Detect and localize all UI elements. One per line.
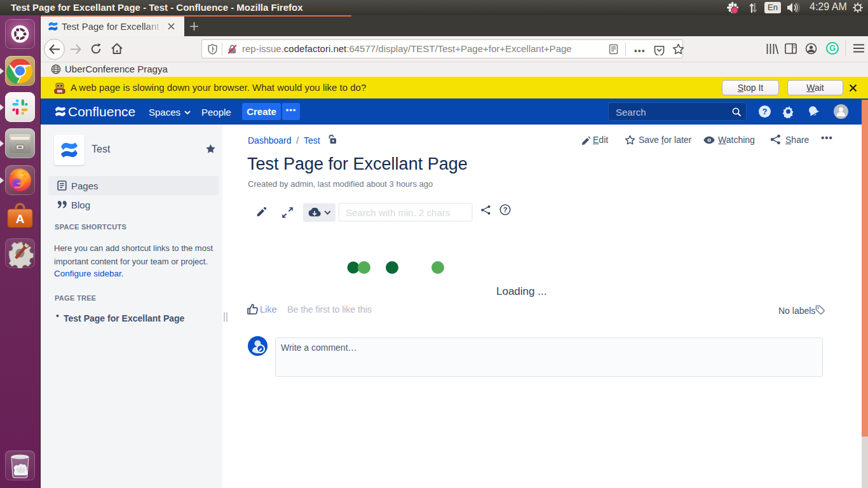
svg-text:?: ? (503, 206, 508, 214)
svg-text:A: A (16, 212, 25, 226)
